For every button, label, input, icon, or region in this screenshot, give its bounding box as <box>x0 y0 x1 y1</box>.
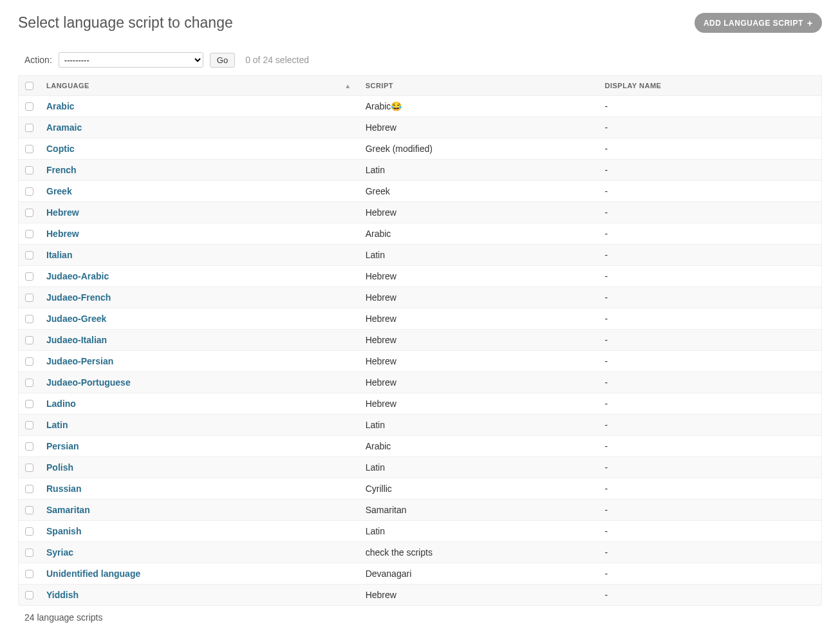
row-checkbox[interactable] <box>25 102 33 111</box>
column-header-language-label: Language <box>46 82 89 89</box>
display-name-cell: - <box>599 393 822 414</box>
language-link[interactable]: Latin <box>46 420 68 430</box>
language-link[interactable]: Hebrew <box>46 229 79 239</box>
display-name-cell: - <box>599 138 822 159</box>
display-name-cell: - <box>599 202 822 223</box>
row-checkbox[interactable] <box>25 570 33 578</box>
language-link[interactable]: Judaeo-French <box>46 292 111 303</box>
row-checkbox[interactable] <box>25 336 33 344</box>
row-checkbox[interactable] <box>25 187 33 196</box>
column-header-script[interactable]: Script <box>359 76 599 96</box>
table-row: YiddishHebrew- <box>19 584 822 605</box>
row-checkbox[interactable] <box>25 145 33 153</box>
script-cell: Greek <box>359 180 599 202</box>
column-header-language[interactable]: Language ▲ <box>40 76 359 96</box>
language-link[interactable]: Hebrew <box>46 207 79 218</box>
script-cell: Hebrew <box>359 202 599 223</box>
row-checkbox[interactable] <box>25 527 33 536</box>
table-row: FrenchLatin- <box>19 159 822 180</box>
row-checkbox[interactable] <box>25 549 33 557</box>
display-name-cell: - <box>599 95 822 117</box>
script-cell: Hebrew <box>359 350 599 371</box>
display-name-cell: - <box>599 223 822 244</box>
table-row: Judaeo-ArabicHebrew- <box>19 265 822 286</box>
display-name-cell: - <box>599 520 822 541</box>
script-cell: Latin <box>359 159 599 180</box>
select-all-checkbox[interactable] <box>25 82 33 90</box>
row-checkbox[interactable] <box>25 124 33 132</box>
language-link[interactable]: Polish <box>46 462 73 473</box>
language-link[interactable]: Arabic <box>46 101 75 111</box>
table-row: Judaeo-PersianHebrew- <box>19 350 822 371</box>
display-name-cell: - <box>599 180 822 202</box>
row-checkbox[interactable] <box>25 442 33 451</box>
table-row: GreekGreek- <box>19 180 822 202</box>
table-row: RussianCyrillic- <box>19 478 822 499</box>
display-name-cell: - <box>599 478 822 499</box>
row-checkbox[interactable] <box>25 421 33 429</box>
row-checkbox[interactable] <box>25 209 33 217</box>
language-link[interactable]: Judaeo-Greek <box>46 314 106 324</box>
add-language-script-button[interactable]: ADD LANGUAGE SCRIPT + <box>695 13 822 33</box>
language-link[interactable]: Greek <box>46 186 72 196</box>
language-link[interactable]: Italian <box>46 250 72 260</box>
language-link[interactable]: Russian <box>46 483 81 494</box>
script-cell: Greek (modified) <box>359 138 599 159</box>
display-name-cell: - <box>599 456 822 478</box>
row-checkbox[interactable] <box>25 400 33 408</box>
table-row: ItalianLatin- <box>19 244 822 265</box>
row-checkbox[interactable] <box>25 485 33 493</box>
row-checkbox[interactable] <box>25 379 33 387</box>
script-cell: Hebrew <box>359 308 599 329</box>
language-link[interactable]: Ladino <box>46 399 76 409</box>
script-cell: Hebrew <box>359 286 599 308</box>
add-button-label: ADD LANGUAGE SCRIPT <box>704 19 803 28</box>
row-checkbox[interactable] <box>25 251 33 259</box>
language-link[interactable]: Unidentified language <box>46 568 140 579</box>
language-link[interactable]: Aramaic <box>46 122 82 133</box>
language-link[interactable]: Judaeo-Portuguese <box>46 377 131 388</box>
language-link[interactable]: Spanish <box>46 526 81 536</box>
table-row: PersianArabic- <box>19 435 822 456</box>
column-header-display-name[interactable]: Display Name <box>599 76 822 96</box>
table-row: LadinoHebrew- <box>19 393 822 414</box>
display-name-cell: - <box>599 541 822 563</box>
script-cell: Arabic <box>359 435 599 456</box>
language-link[interactable]: Yiddish <box>46 590 79 600</box>
language-link[interactable]: Samaritan <box>46 505 90 515</box>
display-name-cell: - <box>599 584 822 605</box>
action-select[interactable]: --------- <box>59 52 203 68</box>
table-row: HebrewHebrew- <box>19 202 822 223</box>
row-checkbox[interactable] <box>25 591 33 599</box>
display-name-cell: - <box>599 117 822 138</box>
table-row: Syriaccheck the scripts- <box>19 541 822 563</box>
action-label: Action: <box>24 55 52 65</box>
selected-count: 0 of 24 selected <box>245 55 309 65</box>
script-cell: Samaritan <box>359 499 599 520</box>
language-link[interactable]: French <box>46 165 77 175</box>
display-name-cell: - <box>599 265 822 286</box>
language-link[interactable]: Judaeo-Italian <box>46 335 107 345</box>
row-checkbox[interactable] <box>25 166 33 174</box>
row-checkbox[interactable] <box>25 315 33 323</box>
row-checkbox[interactable] <box>25 506 33 514</box>
display-name-cell: - <box>599 350 822 371</box>
language-link[interactable]: Persian <box>46 441 79 451</box>
script-cell: Arabic <box>359 223 599 244</box>
language-link[interactable]: Coptic <box>46 144 75 154</box>
language-link[interactable]: Judaeo-Persian <box>46 356 113 366</box>
script-cell: Hebrew <box>359 584 599 605</box>
table-row: SpanishLatin- <box>19 520 822 541</box>
row-checkbox[interactable] <box>25 230 33 238</box>
row-checkbox[interactable] <box>25 272 33 281</box>
go-button[interactable]: Go <box>210 53 235 68</box>
language-link[interactable]: Judaeo-Arabic <box>46 271 109 281</box>
table-row: Judaeo-PortugueseHebrew- <box>19 371 822 393</box>
script-cell: Latin <box>359 456 599 478</box>
row-checkbox[interactable] <box>25 357 33 366</box>
language-link[interactable]: Syriac <box>46 547 73 558</box>
row-checkbox[interactable] <box>25 464 33 472</box>
script-cell: Devanagari <box>359 563 599 584</box>
plus-icon: + <box>807 18 813 28</box>
row-checkbox[interactable] <box>25 294 33 302</box>
